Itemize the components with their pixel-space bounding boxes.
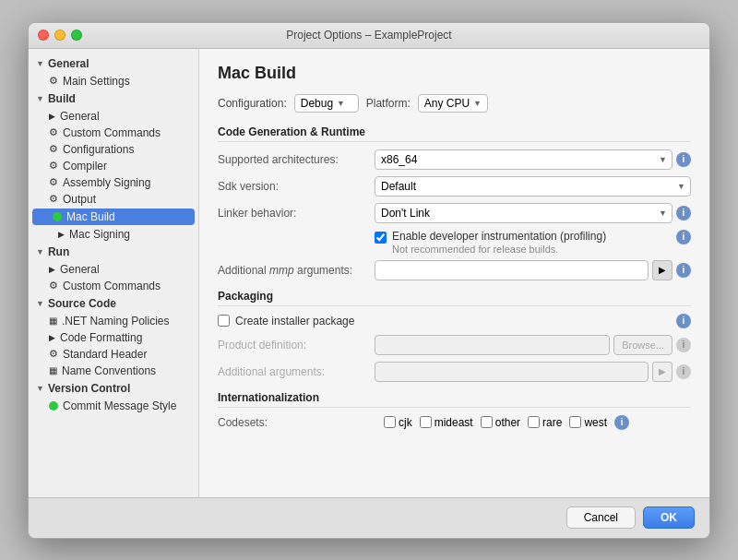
platform-dropdown[interactable]: Any CPU ▼ — [418, 94, 488, 113]
dev-instrumentation-sublabel: Not recommended for release builds. — [392, 244, 606, 255]
ok-button[interactable]: OK — [643, 506, 695, 529]
linker-behavior-row: Linker behavior: Don't Link ▼ i — [218, 203, 691, 223]
titlebar: Project Options – ExampleProject — [29, 23, 709, 49]
gear-icon-custom-commands: ⚙ — [49, 126, 58, 138]
config-dropdown-arrow: ▼ — [337, 99, 345, 108]
sidebar-label-compiler: Compiler — [63, 160, 107, 173]
sidebar-item-build-general[interactable]: ▶ General — [29, 108, 198, 125]
codeset-rare-checkbox[interactable] — [528, 416, 540, 428]
info-btn-intl[interactable]: i — [614, 415, 629, 430]
sdk-version-control: Default ▼ — [375, 176, 691, 197]
sidebar-section-build[interactable]: ▼ Build — [29, 89, 198, 108]
sidebar-section-version-control[interactable]: ▼ Version Control — [29, 379, 198, 398]
page-title: Mac Build — [218, 64, 691, 83]
browse-button: Browse... — [613, 335, 673, 355]
additional-mmp-input[interactable] — [375, 260, 649, 280]
sidebar-section-general[interactable]: ▼ General — [29, 54, 198, 73]
platform-label: Platform: — [366, 97, 411, 110]
supported-arch-row: Supported architectures: x86_64 ▼ i — [218, 149, 691, 170]
sidebar-item-standard-header[interactable]: ⚙ Standard Header — [29, 346, 198, 363]
codeset-cjk: cjk — [384, 416, 412, 429]
sidebar-item-main-settings[interactable]: ⚙ Main Settings — [29, 73, 198, 89]
create-installer-checkbox[interactable] — [218, 315, 230, 327]
dev-instrumentation-checkbox[interactable] — [375, 232, 387, 244]
config-dropdown[interactable]: Debug ▼ — [294, 94, 359, 113]
sdk-version-select[interactable]: Default — [375, 176, 691, 197]
tri-folder-icon-code-formatting: ▶ — [49, 333, 55, 342]
product-definition-input — [375, 335, 610, 355]
gear-icon-configurations: ⚙ — [49, 143, 58, 155]
info-btn-arch[interactable]: i — [676, 152, 691, 167]
sidebar-section-run[interactable]: ▼ Run — [29, 243, 198, 261]
sidebar-section-source-code[interactable]: ▼ Source Code — [29, 294, 198, 313]
sidebar-item-run-general[interactable]: ▶ General — [29, 261, 198, 278]
codeset-cjk-checkbox[interactable] — [384, 416, 396, 428]
codesets-wrap: cjk mideast other rare — [384, 415, 629, 430]
additional-mmp-control: ▶ i — [375, 260, 691, 280]
codeset-other-checkbox[interactable] — [481, 416, 493, 428]
sidebar-item-mac-signing[interactable]: ▶ Mac Signing — [29, 226, 198, 243]
sidebar-item-code-formatting[interactable]: ▶ Code Formatting — [29, 329, 198, 346]
sidebar-label-run-custom-commands: Custom Commands — [63, 280, 161, 292]
tri-icon-run-general: ▶ — [49, 265, 55, 274]
codeset-rare: rare — [528, 416, 562, 429]
supported-arch-select[interactable]: x86_64 — [375, 149, 673, 170]
sidebar-label-assembly-signing: Assembly Signing — [63, 176, 150, 189]
code-gen-section-title: Code Generation & Runtime — [218, 125, 691, 142]
info-btn-packaging[interactable]: i — [676, 314, 691, 328]
sidebar-item-assembly-signing[interactable]: ⚙ Assembly Signing — [29, 174, 198, 191]
intl-row: Codesets: cjk mideast other — [218, 415, 691, 430]
sidebar-item-compiler[interactable]: ⚙ Compiler — [29, 158, 198, 174]
minimize-button[interactable] — [54, 30, 65, 41]
sidebar-item-name-conventions[interactable]: ▦ Name Conventions — [29, 363, 198, 379]
sidebar-item-mac-build[interactable]: Mac Build — [32, 209, 195, 225]
sidebar-label-custom-commands: Custom Commands — [63, 126, 161, 139]
sidebar-section-version-control-label: Version Control — [48, 382, 130, 395]
gear-icon-run-custom-commands: ⚙ — [49, 280, 58, 292]
sidebar-item-custom-commands[interactable]: ⚙ Custom Commands — [29, 125, 198, 141]
main-content-area: Mac Build Configuration: Debug ▼ Platfor… — [199, 49, 709, 497]
play-btn-args: ▶ — [652, 362, 673, 382]
supported-arch-select-wrapper: x86_64 ▼ — [375, 149, 673, 170]
play-btn-mmp[interactable]: ▶ — [652, 260, 673, 280]
cancel-button[interactable]: Cancel — [566, 506, 636, 529]
window-title: Project Options – ExampleProject — [286, 29, 451, 42]
gear-icon: ⚙ — [49, 75, 58, 87]
close-button[interactable] — [38, 30, 49, 41]
additional-args-label: Additional arguments: — [218, 365, 375, 378]
linker-behavior-select[interactable]: Don't Link — [375, 203, 673, 223]
config-row: Configuration: Debug ▼ Platform: Any CPU… — [218, 94, 691, 113]
packaging-section-title: Packaging — [218, 290, 691, 306]
info-btn-product-def: i — [676, 338, 691, 352]
sidebar-label-commit-message-style: Commit Message Style — [63, 399, 176, 412]
gear-icon-assembly-signing: ⚙ — [49, 176, 58, 188]
config-label: Configuration: — [218, 97, 287, 110]
product-definition-label: Product definition: — [218, 339, 375, 351]
info-btn-linker[interactable]: i — [676, 206, 691, 220]
active-dot-mac-build — [53, 212, 62, 221]
info-btn-mmp[interactable]: i — [676, 263, 691, 278]
sidebar-label-build-general: General — [60, 110, 100, 123]
product-definition-control: Browse... i — [375, 335, 691, 355]
grid-icon-name-conventions: ▦ — [49, 365, 57, 375]
sdk-version-row: Sdk version: Default ▼ — [218, 176, 691, 197]
green-dot-commit-message-style — [49, 401, 58, 411]
codeset-mideast-checkbox[interactable] — [420, 416, 432, 428]
codeset-other: other — [481, 416, 520, 429]
sidebar-item-output[interactable]: ⚙ Output — [29, 191, 198, 208]
dev-instrumentation-label: Enable developer instrumentation (profil… — [392, 230, 606, 243]
tri-icon-build-general: ▶ — [49, 112, 55, 121]
sidebar-item-configurations[interactable]: ⚙ Configurations — [29, 141, 198, 158]
product-definition-row: Product definition: Browse... i — [218, 335, 691, 355]
maximize-button[interactable] — [71, 30, 82, 41]
info-btn-dev-instrumentation[interactable]: i — [676, 230, 691, 244]
codesets-label: Codesets: — [218, 416, 375, 429]
sdk-version-select-wrapper: Default ▼ — [375, 176, 691, 197]
codeset-mideast: mideast — [420, 416, 473, 429]
codeset-west-checkbox[interactable] — [569, 416, 581, 428]
sidebar-section-source-code-label: Source Code — [48, 297, 116, 310]
sidebar-item-net-naming[interactable]: ▦ .NET Naming Policies — [29, 313, 198, 329]
sidebar-item-commit-message-style[interactable]: Commit Message Style — [29, 398, 198, 414]
sidebar-item-run-custom-commands[interactable]: ⚙ Custom Commands — [29, 278, 198, 294]
create-installer-label: Create installer package — [235, 315, 354, 328]
